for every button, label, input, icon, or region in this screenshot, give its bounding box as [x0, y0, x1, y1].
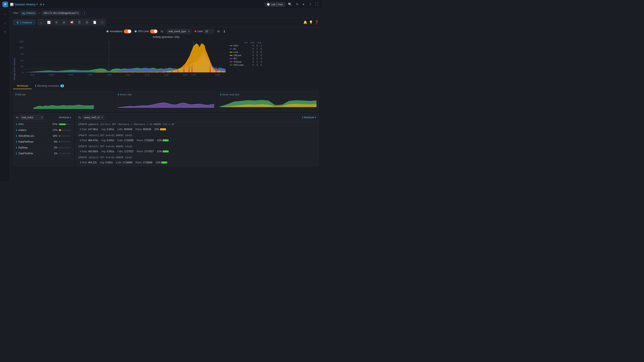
limit-label: Limit	[198, 30, 203, 33]
query-2-stats: ℹ Total: 469.476s Avg: 0.001s Calls: 171…	[76, 138, 318, 143]
svg-text:11:00: 11:00	[88, 74, 92, 76]
by-select[interactable]: wait_event_type wait_event query_md5_id …	[167, 29, 191, 34]
sidebar-question-icon[interactable]: ?	[2, 29, 8, 35]
wal-size-title: ℹ Wal size	[16, 93, 112, 96]
cpu-info-icon[interactable]: ℹ	[16, 123, 17, 126]
wal-size-info-icon[interactable]: ℹ	[16, 93, 16, 96]
query-1-stats: ℹ Total: 147.581s Avg: 0.001s Calls: 803…	[76, 127, 318, 132]
q3-rows: 1717527	[144, 150, 154, 153]
datafilewrite-bar-bg	[59, 153, 71, 154]
filter-value: 163.172.161.219@agentLess7-1	[42, 11, 80, 15]
filter-pg-instance-tag[interactable]: pg_instance	[20, 11, 37, 15]
instance-icon: 🖥	[16, 21, 19, 24]
limit-input[interactable]	[204, 29, 214, 33]
server-busy-info-icon[interactable]: ℹ	[220, 93, 221, 96]
refresh-button[interactable]: ↻	[295, 1, 300, 7]
datafileread-info-icon[interactable]: ℹ	[16, 140, 17, 143]
ipc-avg: 0	[260, 57, 262, 60]
refresh-caret-button[interactable]: ▾	[302, 1, 306, 7]
wait-event-select[interactable]: wait_event wait_event_type query user	[20, 115, 44, 120]
home-nav-button[interactable]: ⌂	[38, 19, 44, 25]
right-panel-workload-badge[interactable]: ℹ Workload ▾	[302, 116, 316, 119]
timeout-max: 1	[256, 60, 258, 63]
left-panel-workload-badge[interactable]: Workload ▾	[59, 116, 71, 119]
activity-chart-svg: 0 2.5 5.0 7.5 10.0 12.5	[16, 39, 228, 79]
query-3-sql[interactable]: UPDATE sbtest1 SET k=k+$1 WHERE id=$2	[76, 144, 318, 149]
walwritelock-info-icon[interactable]: ℹ	[16, 135, 17, 137]
lock-avg: 0	[260, 51, 262, 53]
q3-pct-val: 11%	[157, 150, 162, 153]
legend-ipc-vals: 0 2 0	[252, 57, 262, 60]
legend-cpu: CPU 0 5 1	[230, 44, 262, 47]
annotations-label: Annotations	[110, 30, 122, 33]
bell-icon[interactable]: 🔔	[303, 20, 307, 24]
list-nav-button[interactable]: ☰	[84, 19, 90, 25]
io-color-swatch	[230, 49, 232, 49]
datafilewrite-name: DataFileWrite	[18, 152, 49, 155]
legend-lwlock-vals: 0 8 0	[252, 54, 262, 56]
alert-nav-button[interactable]: 📢	[68, 19, 75, 25]
q1-total: 147.581s	[88, 128, 98, 131]
gear-menu-button[interactable]: ⚙ ▾	[40, 3, 44, 6]
wait-row-relation: ℹ relation 17%	[14, 127, 74, 133]
report-nav-button[interactable]: 📄	[91, 19, 98, 25]
settings-nav-button[interactable]: ⚙	[53, 19, 60, 25]
server-busy-title: ℹ Server: busy time	[220, 93, 316, 96]
right-workload-arrow-icon: ▾	[315, 116, 316, 119]
search-button[interactable]: 🔍	[287, 1, 293, 7]
server-load-info-icon[interactable]: ℹ	[118, 93, 119, 96]
query-1-calls: Calls: 803049	[117, 128, 132, 131]
walwritelock-name: WALWriteLock	[18, 135, 49, 137]
legend-avg-label: avg	[258, 41, 261, 44]
moon-button[interactable]: ☽	[307, 1, 312, 7]
legend-lwlock-name: LWLock	[234, 54, 252, 56]
wait-event-select-wrapper: wait_event wait_event_type query user	[20, 115, 44, 120]
tab-workload[interactable]: Workload	[13, 83, 32, 89]
app-title-button[interactable]: 📊 Session History ▾	[10, 2, 38, 6]
sidebar-login-icon[interactable]: →	[2, 11, 8, 17]
cpu-limit-toggle-switch[interactable]	[150, 29, 158, 33]
query-1-pct: 22%	[154, 128, 166, 131]
relation-wait-name: relation	[18, 129, 49, 131]
server-busy-label: Server: busy time	[222, 93, 239, 96]
time-range-label: Last 1 hour	[271, 3, 283, 6]
tab-blocking-scenarios[interactable]: ℹ Blocking scenarios 1	[32, 83, 68, 89]
instance-count: 1 Instance	[20, 21, 32, 24]
walwritelock-pct: 10%	[50, 135, 57, 137]
query-4-sql[interactable]: UPDATE sbtest2 SET k=k+$1 WHERE id=$2	[76, 155, 318, 160]
cpu-wait-name: CPU	[18, 123, 49, 126]
fullscreen-button[interactable]: ⛶	[314, 2, 320, 7]
cpu-limit-color-swatch	[230, 65, 232, 65]
help-circle-icon[interactable]: ❓	[314, 20, 319, 24]
bulb-icon[interactable]: 💡	[309, 20, 313, 24]
gear-icon: ⚙	[40, 3, 42, 6]
svg-text:11:05: 11:05	[107, 74, 111, 76]
filter-add-button[interactable]: +	[82, 11, 86, 15]
query-1-sql[interactable]: UPDATE pgbench_tellers SET tbalance = tb…	[76, 121, 318, 127]
datafilewrite-info-icon[interactable]: ℹ	[16, 152, 17, 155]
query-select[interactable]: query_md5_id wait_event user database	[82, 115, 104, 120]
query-2-calls: Calls: 1718305	[117, 139, 134, 142]
email-button[interactable]: ✉	[217, 29, 220, 33]
server-load-title: ℹ Server: load	[118, 93, 214, 96]
svg-text:11:20: 11:20	[164, 74, 169, 76]
grid-nav-button[interactable]: ⊞	[60, 19, 68, 25]
download-button[interactable]: ⬇	[223, 29, 226, 33]
query-2-sql[interactable]: UPDATE sbtest3 SET k=k+$1 WHERE id=$2	[76, 132, 318, 138]
legend-max-label: max	[250, 41, 254, 44]
relation-info-icon[interactable]: ℹ	[16, 129, 17, 131]
instance-button[interactable]: 🖥 1 Instance	[13, 20, 35, 25]
topology-nav-button[interactable]: ⬡	[99, 19, 106, 25]
right-workload-label: Workload	[304, 116, 314, 119]
io-avg: 0	[260, 48, 262, 50]
db-nav-button[interactable]: 🗄	[76, 19, 83, 25]
legend-lock-name: Lock	[234, 51, 252, 53]
sidebar-home-icon[interactable]: ⌂	[2, 20, 8, 26]
main-layout: → ⌂ ? Filter pg_instance = 163.172.161.2…	[0, 9, 322, 181]
lock-max: 8	[256, 51, 258, 53]
server-load-label: Server: load	[120, 93, 132, 96]
pgsleep-info-icon[interactable]: ℹ	[16, 146, 17, 149]
time-range-button[interactable]: 🕐 Last 1 hour	[265, 2, 285, 7]
chart-nav-button[interactable]: 📈	[45, 19, 52, 25]
annotations-toggle-switch[interactable]	[124, 29, 132, 33]
